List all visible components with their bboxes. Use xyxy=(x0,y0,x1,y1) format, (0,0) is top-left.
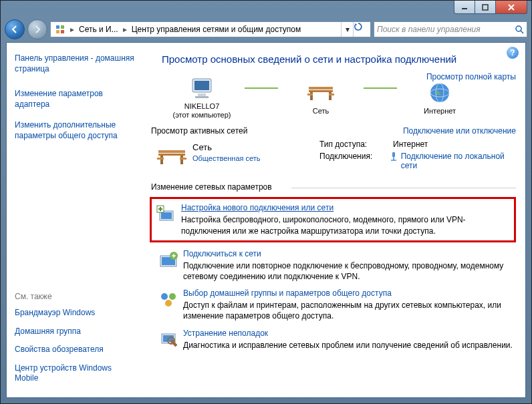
svg-rect-21 xyxy=(158,150,185,153)
search-placeholder: Поиск в панели управления xyxy=(377,25,515,34)
svg-rect-11 xyxy=(195,96,209,98)
search-icon[interactable] xyxy=(515,25,524,34)
task-title[interactable]: Устранение неполадок xyxy=(183,329,516,338)
task-title[interactable]: Настройка нового подключения или сети xyxy=(181,203,510,212)
section-label: Просмотр активных сетей xyxy=(151,126,247,136)
svg-rect-24 xyxy=(180,156,183,164)
node-sublabel: (этот компьютер) xyxy=(172,111,231,119)
svg-rect-25 xyxy=(157,158,164,160)
network-name: Сеть xyxy=(192,142,319,152)
minimize-button[interactable] xyxy=(454,1,475,14)
svg-rect-16 xyxy=(307,93,313,95)
svg-rect-5 xyxy=(61,30,64,33)
page-title: Просмотр основных сведений о сети и наст… xyxy=(162,53,516,65)
svg-rect-3 xyxy=(61,25,64,29)
computer-icon xyxy=(162,74,242,102)
sidebar-internet-options-link[interactable]: Свойства обозревателя xyxy=(15,345,135,355)
access-label: Тип доступа: xyxy=(319,140,393,149)
change-settings-heading: Изменение сетевых параметров xyxy=(151,182,516,192)
svg-rect-10 xyxy=(198,93,206,96)
lan-icon xyxy=(389,152,398,170)
node-label: Интернет xyxy=(400,107,480,116)
breadcrumb-segment[interactable]: Центр управления сетями и общим доступом xyxy=(129,25,341,34)
close-button[interactable] xyxy=(495,1,527,14)
back-button[interactable] xyxy=(5,19,25,39)
full-map-link[interactable]: Просмотр полной карты xyxy=(426,72,516,81)
client-area: Панель управления - домашняя страница Из… xyxy=(6,42,526,398)
svg-rect-12 xyxy=(309,87,333,89)
task-title[interactable]: Подключиться к сети xyxy=(183,249,516,258)
node-network: Сеть xyxy=(281,79,361,116)
svg-line-7 xyxy=(521,31,523,33)
refresh-button[interactable] xyxy=(353,22,369,37)
svg-rect-9 xyxy=(194,81,209,90)
svg-point-34 xyxy=(161,293,168,300)
new-connection-icon xyxy=(152,203,181,236)
svg-rect-4 xyxy=(56,30,59,33)
task-description: Доступ к файлам и принтерам, расположенн… xyxy=(183,300,516,321)
window-frame: ▸ Сеть и И... ▸ Центр управления сетями … xyxy=(0,0,532,404)
task-homegroup[interactable]: Выбор домашней группы и параметров общег… xyxy=(154,288,516,321)
svg-rect-17 xyxy=(329,93,334,95)
help-icon[interactable]: ? xyxy=(507,47,519,59)
node-internet: Интернет xyxy=(400,79,480,116)
see-also-heading: См. также xyxy=(15,292,135,301)
svg-point-35 xyxy=(169,293,176,300)
sidebar-sharing-link[interactable]: Изменить дополнительные параметры общего… xyxy=(15,120,135,141)
sidebar-homegroup-link[interactable]: Домашняя группа xyxy=(15,327,135,337)
troubleshoot-icon xyxy=(154,329,183,351)
window-controls xyxy=(454,1,527,14)
svg-point-6 xyxy=(516,26,521,31)
svg-rect-14 xyxy=(310,92,313,100)
task-title[interactable]: Выбор домашней группы и параметров общег… xyxy=(183,288,516,298)
task-description: Диагностика и исправление сетевых пробле… xyxy=(183,340,516,351)
address-dropdown-icon[interactable]: ▾ xyxy=(341,22,353,37)
navigation-row: ▸ Сеть и И... ▸ Центр управления сетями … xyxy=(5,18,527,41)
sidebar-home-link[interactable]: Панель управления - домашняя страница xyxy=(15,53,135,74)
chevron-icon: ▸ xyxy=(121,25,129,34)
task-description: Настройка беспроводного, широкополосного… xyxy=(181,214,510,236)
content-pane: ? Просмотр основных сведений о сети и на… xyxy=(143,43,525,397)
sidebar-firewall-link[interactable]: Брандмауэр Windows xyxy=(15,308,135,319)
maximize-button[interactable] xyxy=(475,1,496,14)
bench-icon xyxy=(281,79,361,107)
svg-rect-2 xyxy=(56,25,59,29)
svg-rect-15 xyxy=(329,92,331,100)
control-panel-icon xyxy=(54,23,66,35)
active-network-block: Сеть Общественная сеть Тип доступа: Инте… xyxy=(151,140,516,173)
node-computer: NIKELLO7(этот компьютер) xyxy=(162,74,242,120)
active-networks-header: Просмотр активных сетей Подключение или … xyxy=(151,126,516,136)
globe-icon xyxy=(400,79,480,107)
connection-line xyxy=(245,87,278,89)
svg-rect-27 xyxy=(392,152,395,157)
forward-button[interactable] xyxy=(27,19,47,39)
connection-link[interactable]: Подключение по локальной сети xyxy=(401,152,516,170)
svg-point-36 xyxy=(165,300,172,307)
search-input[interactable]: Поиск в панели управления xyxy=(374,21,527,37)
svg-rect-29 xyxy=(161,212,172,219)
svg-rect-13 xyxy=(309,90,333,92)
connect-icon xyxy=(154,249,183,282)
svg-rect-22 xyxy=(158,154,185,156)
node-label: Сеть xyxy=(281,107,361,116)
homegroup-icon xyxy=(154,288,183,321)
sidebar-mobile-link[interactable]: Центр устройств Windows Mobile xyxy=(15,363,135,384)
node-label: NIKELLO7 xyxy=(184,102,220,110)
access-value: Интернет xyxy=(393,140,428,149)
chevron-icon: ▸ xyxy=(68,25,76,34)
svg-rect-26 xyxy=(180,158,186,160)
address-bar[interactable]: ▸ Сеть и И... ▸ Центр управления сетями … xyxy=(50,21,371,37)
sidebar-adapter-link[interactable]: Изменение параметров адаптера xyxy=(15,89,135,110)
task-new-connection[interactable]: Настройка нового подключения или сети На… xyxy=(150,197,516,242)
svg-point-18 xyxy=(430,83,449,102)
svg-rect-23 xyxy=(160,156,163,164)
svg-rect-1 xyxy=(483,5,488,10)
connections-label: Подключения: xyxy=(319,152,389,170)
task-description: Подключение или повторное подключение к … xyxy=(183,260,516,282)
task-troubleshoot[interactable]: Устранение неполадок Диагностика и испра… xyxy=(154,329,516,351)
task-connect[interactable]: Подключиться к сети Подключение или повт… xyxy=(154,249,516,282)
bench-icon xyxy=(151,140,192,173)
network-type-link[interactable]: Общественная сеть xyxy=(192,154,319,162)
breadcrumb-segment[interactable]: Сеть и И... xyxy=(76,25,121,34)
connect-disconnect-link[interactable]: Подключение или отключение xyxy=(403,126,516,136)
